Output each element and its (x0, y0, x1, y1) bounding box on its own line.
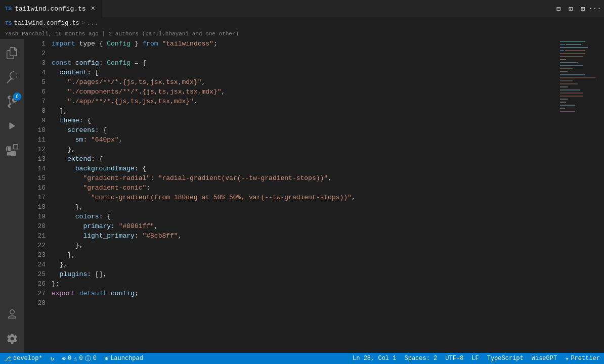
line-number: 20 (32, 221, 46, 231)
git-branch-icon: ⎇ (4, 355, 11, 362)
svg-rect-6 (565, 50, 585, 51)
code-line: "gradient-radial": "radial-gradient(var(… (52, 173, 556, 183)
line-number: 5 (32, 77, 46, 87)
status-bar-right: Ln 28, Col 1 Spaces: 2 UTF-8 LF TypeScri… (349, 353, 604, 364)
tab-bar: TS tailwind.config.ts × ⊟ ⊡ ⊞ ··· (0, 0, 604, 18)
toggle-panel-button[interactable]: ⊡ (566, 4, 576, 14)
svg-rect-9 (560, 59, 566, 60)
tab-close-button[interactable]: × (89, 5, 97, 13)
more-actions-button[interactable]: ··· (590, 4, 600, 14)
code-line: backgroundImage: { (52, 164, 556, 173)
activity-settings[interactable] (0, 327, 24, 351)
error-icon: ⊗ (62, 355, 66, 362)
line-number: 25 (32, 269, 46, 279)
line-number: 23 (32, 250, 46, 260)
activity-explorer[interactable] (0, 41, 24, 65)
line-number: 6 (32, 87, 46, 97)
line-number: 18 (32, 202, 46, 212)
svg-rect-20 (560, 93, 583, 94)
svg-rect-13 (560, 71, 568, 72)
spaces-item[interactable]: Spaces: 2 (400, 353, 441, 364)
svg-rect-4 (560, 47, 588, 48)
line-number: 8 (32, 106, 46, 116)
line-number: 24 (32, 260, 46, 269)
code-line: colors: { (52, 212, 556, 221)
svg-rect-16 (560, 80, 573, 81)
svg-rect-15 (560, 77, 595, 78)
code-line: screens: { (52, 125, 556, 135)
svg-rect-22 (560, 99, 568, 100)
warning-count: 0 (79, 355, 83, 362)
code-line: plugins: [], (52, 269, 556, 279)
svg-rect-21 (560, 96, 583, 97)
line-number: 4 (32, 68, 46, 77)
breadcrumb-ellipsis[interactable]: ... (87, 20, 98, 27)
language-label: TypeScript (487, 355, 524, 362)
errors-item[interactable]: ⊗ 0 ⚠ 0 ⓘ 0 (58, 353, 101, 364)
git-branch-item[interactable]: ⎇ develop* (0, 353, 47, 364)
code-line: content: [ (52, 68, 556, 77)
svg-rect-3 (566, 44, 581, 45)
code-content[interactable]: import type { Config } from "tailwindcss… (50, 39, 556, 353)
prettier-item[interactable]: ✦ Prettier (561, 353, 604, 364)
activity-run[interactable] (0, 114, 24, 138)
tab-actions: ⊟ ⊡ ⊞ ··· (553, 0, 604, 17)
breadcrumb: TS tailwind.config.ts > ... (0, 18, 604, 29)
cursor-position-item[interactable]: Ln 28, Col 1 (349, 353, 400, 364)
warning-icon: ⚠ (73, 355, 77, 362)
line-number: 21 (32, 231, 46, 241)
activity-extensions[interactable] (0, 138, 24, 162)
prettier-label: Prettier (571, 355, 600, 362)
line-numbers: 1234567891011121314151617181920212223242… (24, 39, 50, 353)
svg-rect-10 (560, 62, 578, 63)
code-line: }, (52, 260, 556, 269)
activity-bar: 6 (0, 39, 24, 353)
active-tab[interactable]: TS tailwind.config.ts × (0, 0, 103, 17)
source-control-badge: 6 (13, 93, 21, 101)
code-line: theme: { (52, 116, 556, 125)
svg-rect-24 (560, 105, 575, 106)
encoding-label: UTF-8 (445, 355, 463, 362)
code-line: const config: Config = { (52, 58, 556, 68)
eol-item[interactable]: LF (467, 353, 483, 364)
eol-label: LF (471, 355, 479, 362)
code-line: "./components/**/*.{js,ts,jsx,tsx,mdx}", (52, 87, 556, 97)
launchpad-item[interactable]: ⊞ Launchpad (101, 353, 147, 364)
code-editor[interactable]: 1234567891011121314151617181920212223242… (24, 39, 556, 353)
line-number: 15 (32, 173, 46, 183)
svg-rect-25 (560, 108, 565, 109)
code-line: light_primary: "#8cb8ff", (52, 231, 556, 241)
sync-button[interactable]: ↻ (47, 353, 58, 364)
breadcrumb-filename[interactable]: tailwind.config.ts (14, 20, 79, 27)
activity-source-control[interactable]: 6 (0, 89, 24, 114)
split-editor-button[interactable]: ⊟ (553, 4, 564, 14)
code-line: "./pages/**/*.{js,ts,jsx,tsx,mdx}", (52, 77, 556, 87)
git-blame-info: Yash Pancholi, 16 months ago | 2 authors… (0, 29, 604, 39)
line-number: 10 (32, 125, 46, 135)
activity-account[interactable] (0, 302, 24, 327)
line-number: 1 (32, 39, 46, 49)
ts-file-icon: TS (5, 6, 12, 12)
wisegpt-item[interactable]: WiseGPT (528, 353, 561, 364)
status-bar-left: ⎇ develop* ↻ ⊗ 0 ⚠ 0 ⓘ 0 ⊞ Launchpad (0, 353, 147, 364)
customize-layout-button[interactable]: ⊞ (578, 4, 588, 14)
svg-rect-8 (560, 56, 583, 57)
line-number: 2 (32, 49, 46, 58)
code-line: "gradient-conic": (52, 183, 556, 193)
code-line: }, (52, 241, 556, 250)
main-area: 6 12345678910111213141516171819202122232… (0, 39, 604, 353)
svg-rect-11 (560, 65, 583, 66)
svg-rect-0 (556, 39, 604, 307)
svg-rect-5 (560, 50, 564, 51)
code-line: "conic-gradient(from 180deg at 50% 50%, … (52, 193, 556, 202)
code-line: primary: "#0061ff", (52, 221, 556, 231)
info-count: 0 (93, 355, 97, 362)
code-line: extend: { (52, 154, 556, 164)
language-item[interactable]: TypeScript (483, 353, 528, 364)
activity-search[interactable] (0, 65, 24, 89)
svg-rect-17 (560, 83, 578, 84)
line-number: 14 (32, 164, 46, 173)
encoding-item[interactable]: UTF-8 (441, 353, 467, 364)
code-line: "./app/**/*.{js,ts,jsx,tsx,mdx}", (52, 97, 556, 106)
prettier-icon: ✦ (565, 355, 569, 362)
